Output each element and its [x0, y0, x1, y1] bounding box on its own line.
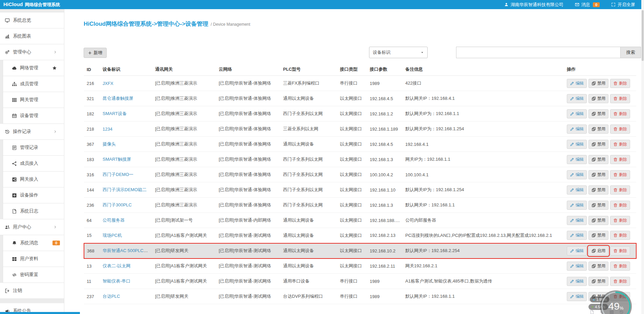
edit-button[interactable]: 编辑: [567, 231, 587, 240]
sidebar-item-device-management[interactable]: 设备管理: [3, 108, 64, 124]
delete-button[interactable]: 删除: [610, 277, 630, 286]
edit-button[interactable]: 编辑: [567, 94, 587, 103]
sidebar-item-logout[interactable]: 注销: [0, 283, 64, 299]
edit-button[interactable]: 编辑: [567, 292, 587, 301]
usage-circle[interactable]: 49%: [600, 290, 632, 314]
edit-button[interactable]: 编辑: [567, 125, 587, 134]
sidebar-item-network-management[interactable]: 网络管理: [3, 60, 64, 76]
delete-button[interactable]: 删除: [610, 262, 630, 271]
delete-button[interactable]: 删除: [610, 170, 630, 179]
trash-icon: [613, 127, 618, 131]
toggle-enable-button[interactable]: 启用: [588, 246, 608, 255]
device-name-link[interactable]: 现场PC机: [103, 233, 122, 238]
toggle-enable-button[interactable]: 禁用: [588, 216, 608, 225]
toggle-enable-button[interactable]: 禁用: [588, 140, 608, 149]
device-name-link[interactable]: 西门子演示DEMO箱二: [103, 187, 147, 192]
toggle-enable-button[interactable]: 禁用: [588, 170, 608, 179]
sidebar-item-member-access[interactable]: 成员接入: [3, 156, 64, 172]
sidebar-item-device-operations[interactable]: 设备操作: [3, 187, 64, 203]
sidebar-item-system-logs[interactable]: 系统日志: [3, 203, 64, 219]
device-name-link[interactable]: 仪表二-以太网: [103, 263, 130, 268]
device-name-link[interactable]: SMART触摸屏: [103, 157, 131, 162]
sidebar-item-user-center[interactable]: 用户中心: [0, 219, 64, 235]
toggle-enable-button[interactable]: 禁用: [588, 201, 608, 210]
sidebar-item-member-management[interactable]: 成员管理: [3, 76, 64, 92]
scrollbar-thumb[interactable]: [642, 10, 644, 61]
delete-button[interactable]: 删除: [610, 201, 630, 210]
button-label: 编辑: [576, 111, 584, 117]
delete-button[interactable]: 删除: [610, 216, 630, 225]
device-name-link[interactable]: 1234: [103, 127, 112, 132]
sidebar-item-system-overview[interactable]: 系统总览: [0, 13, 64, 28]
column-header-interface-params: 接口参数: [367, 63, 403, 76]
delete-button[interactable]: 删除: [610, 79, 630, 88]
device-name-link[interactable]: 公司服务器: [103, 218, 125, 223]
toggle-enable-button[interactable]: 禁用: [588, 231, 608, 240]
device-name-link[interactable]: 华辰智通AC 500PLC001: [103, 248, 151, 253]
pencil-icon: [570, 142, 574, 147]
delete-button[interactable]: 删除: [610, 231, 630, 240]
toggle-enable-button[interactable]: 禁用: [588, 94, 608, 103]
edit-button[interactable]: 编辑: [567, 216, 587, 225]
edit-button[interactable]: 编辑: [567, 262, 587, 271]
edit-button[interactable]: 编辑: [567, 155, 587, 164]
device-name-link[interactable]: 西门子300PLC: [103, 202, 132, 207]
cell-interface-params: 192.168.1.3: [367, 152, 403, 167]
edit-button[interactable]: 编辑: [567, 246, 587, 255]
sidebar-item-password-reset[interactable]: 密码重置: [3, 267, 64, 283]
edit-button[interactable]: 编辑: [567, 79, 587, 88]
filter-field-dropdown[interactable]: 设备标识: [369, 47, 428, 58]
toggle-enable-button[interactable]: 禁用: [588, 262, 608, 271]
fullscreen-toggle[interactable]: 开启全屏: [611, 2, 635, 8]
delete-button[interactable]: 删除: [610, 125, 630, 134]
toggle-enable-button[interactable]: 禁用: [588, 155, 608, 164]
device-name-link[interactable]: 智能仪表-串口: [103, 278, 130, 284]
edit-button[interactable]: 编辑: [567, 109, 587, 118]
sidebar-item-admin-center[interactable]: 管理中心: [0, 44, 64, 60]
add-device-button[interactable]: 新增: [84, 48, 107, 58]
search-button[interactable]: 搜索: [620, 47, 641, 58]
button-label: 删除: [619, 278, 627, 284]
sidebar-item-user-profile[interactable]: 用户资料: [3, 251, 64, 267]
edit-button[interactable]: 编辑: [567, 140, 587, 149]
sidebar-item-operation-logs[interactable]: 操作记录: [0, 124, 64, 140]
edit-button[interactable]: 编辑: [567, 170, 587, 179]
device-name-link[interactable]: JXFX: [103, 81, 113, 86]
company-menu[interactable]: 湖南华辰智通科技有限公司: [504, 2, 563, 8]
toggle-enable-button[interactable]: 禁用: [588, 109, 608, 118]
delete-button[interactable]: 删除: [610, 185, 630, 195]
vertical-scrollbar[interactable]: [641, 0, 644, 314]
device-name-link[interactable]: 昆仑通泰触摸屏: [103, 96, 133, 101]
delete-button[interactable]: 删除: [610, 155, 630, 164]
trash-icon: [613, 203, 618, 207]
share-icon: [12, 161, 17, 166]
device-name-link[interactable]: SMART设备: [103, 111, 127, 116]
edit-button[interactable]: 编辑: [567, 185, 587, 195]
th-large-icon: [12, 256, 17, 262]
device-name-link[interactable]: 摄像头: [103, 141, 116, 147]
delete-button[interactable]: 删除: [610, 109, 630, 118]
sidebar-item-gateway-management[interactable]: 网关管理: [3, 92, 64, 108]
device-name-link[interactable]: 台达PLC: [103, 294, 120, 299]
netspeed-widget[interactable]: ▲ 1.9K/s ▼ 4.5K/s 49%: [588, 295, 633, 314]
toggle-enable-button[interactable]: 禁用: [588, 277, 608, 286]
search-input[interactable]: [456, 47, 621, 58]
sidebar-item-admin-records[interactable]: 管理记录: [3, 140, 64, 156]
sidebar-item-system-charts[interactable]: 系统图表: [0, 28, 64, 44]
star-icon[interactable]: [52, 66, 57, 70]
cell-gateway: [已启用]株洲三菱演示: [152, 106, 216, 121]
pencil-icon: [570, 279, 574, 284]
edit-button[interactable]: 编辑: [567, 201, 587, 210]
sidebar-item-system-messages[interactable]: 系统消息 0: [3, 235, 64, 251]
toggle-enable-button[interactable]: 禁用: [588, 79, 608, 88]
toggle-enable-button[interactable]: 禁用: [588, 125, 608, 134]
delete-button[interactable]: 删除: [610, 140, 630, 149]
trash-icon: [613, 96, 618, 101]
edit-button[interactable]: 编辑: [567, 277, 587, 286]
messages-menu[interactable]: 消息 0: [575, 2, 600, 8]
delete-button[interactable]: 删除: [610, 94, 630, 103]
device-name-link[interactable]: 西门子DEMO一: [103, 172, 133, 177]
toggle-enable-button[interactable]: 禁用: [588, 185, 608, 195]
sidebar-item-gateway-access[interactable]: 网关接入: [3, 172, 64, 187]
delete-button[interactable]: 删除: [610, 246, 630, 255]
